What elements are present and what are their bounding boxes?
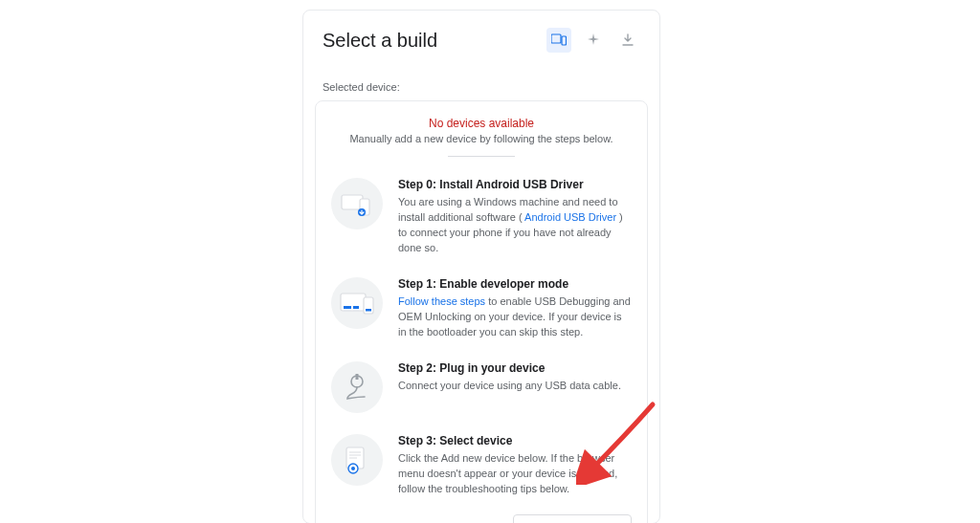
header-actions [546, 28, 640, 53]
step-2: Step 2: Plug in your device Connect your… [331, 361, 632, 413]
sparkle-icon[interactable] [581, 28, 606, 53]
step-desc: You are using a Windows machine and need… [398, 195, 632, 256]
svg-rect-0 [551, 34, 561, 43]
svg-rect-11 [356, 374, 359, 380]
troubleshooting-tips-button[interactable]: Troubleshooting tips [389, 514, 503, 523]
step-title: Step 1: Enable developer mode [398, 277, 632, 291]
svg-rect-1 [562, 36, 567, 45]
devices-icon[interactable] [546, 28, 571, 53]
svg-point-17 [351, 467, 355, 470]
page-title: Select a build [323, 30, 437, 52]
no-devices-subtitle: Manually add a new device by following t… [331, 132, 632, 146]
select-device-icon [331, 434, 383, 486]
step-3: Step 3: Select device Click the Add new … [331, 434, 632, 497]
step-title: Step 3: Select device [398, 434, 632, 447]
no-devices-block: No devices available Manually add a new … [331, 117, 632, 157]
step-1: Step 1: Enable developer mode Follow the… [331, 277, 632, 340]
svg-rect-9 [366, 309, 371, 312]
plug-device-icon [331, 361, 383, 413]
step-desc: Follow these steps to enable USB Debuggi… [398, 294, 632, 340]
no-devices-title: No devices available [331, 117, 632, 130]
selected-device-label: Selected device: [303, 58, 659, 98]
step-0: Step 0: Install Android USB Driver You a… [331, 178, 632, 256]
step-title: Step 0: Install Android USB Driver [398, 178, 632, 191]
step-desc: Click the Add new device below. If the b… [398, 451, 632, 497]
divider [448, 156, 515, 157]
step-desc: Connect your device using any USB data c… [398, 379, 632, 394]
developer-mode-icon [331, 277, 383, 329]
follow-steps-link[interactable]: Follow these steps [398, 295, 485, 307]
panel-header: Select a build [303, 11, 659, 58]
svg-rect-7 [353, 306, 359, 309]
step-title: Step 2: Plug in your device [398, 361, 632, 375]
add-new-device-button[interactable]: + Add new device [513, 514, 632, 523]
svg-rect-6 [344, 306, 351, 309]
card-actions: Troubleshooting tips + Add new device [331, 514, 632, 523]
device-setup-card: No devices available Manually add a new … [315, 100, 648, 523]
usb-driver-icon [331, 178, 383, 229]
download-icon[interactable] [615, 28, 640, 53]
android-usb-driver-link[interactable]: Android USB Driver [524, 211, 616, 223]
select-build-panel: Select a build [302, 10, 660, 523]
